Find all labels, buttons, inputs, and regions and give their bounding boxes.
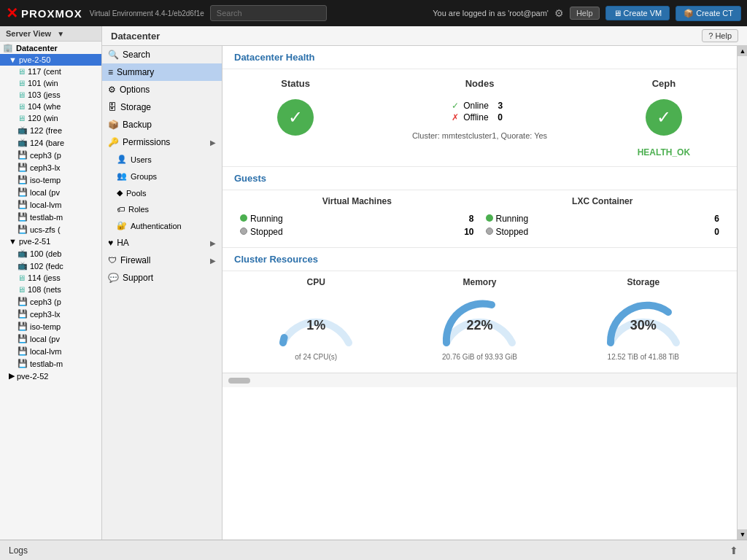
nav-item-backup[interactable]: 📦 Backup <box>102 116 222 133</box>
sidebar-item-103[interactable]: 🖥103 (jess <box>0 89 101 101</box>
server-view-header[interactable]: Server View ▼ <box>0 26 101 42</box>
cpu-pct-text: 1% <box>306 318 325 333</box>
cluster-info-text: Cluster: mmtestcluster1, Quorate: Yes <box>412 131 547 140</box>
gear-icon[interactable]: ⚙ <box>554 7 564 19</box>
nav-item-groups[interactable]: 👥 Groups <box>102 168 222 184</box>
sidebar-item-102[interactable]: 📺102 (fedc <box>0 260 101 272</box>
sidebar-item-testlab-m2[interactable]: 💾testlab-m <box>0 357 101 370</box>
server-icon-pve51: ▼ <box>9 237 17 246</box>
nav-item-storage[interactable]: 🗄 Storage <box>102 98 222 116</box>
sidebar-item-testlab-m1[interactable]: 💾testlab-m <box>0 211 101 223</box>
create-ct-button[interactable]: 📦 Create CT <box>676 6 741 21</box>
vm-col-title: Virtual Machines <box>234 196 480 206</box>
sidebar-item-local-pv2[interactable]: 💾local (pv <box>0 332 101 345</box>
storage-icon-i1: 💾 <box>18 175 28 184</box>
nav-item-pools[interactable]: ◆ Pools <box>102 184 222 201</box>
sidebar-item-pve-2-51[interactable]: ▼ pve-2-51 <box>0 236 101 247</box>
sidebar-item-108[interactable]: 🖥108 (nets <box>0 284 101 295</box>
scroll-down-icon[interactable]: ▼ <box>738 529 747 540</box>
sidebar-item-101[interactable]: 🖥101 (win <box>0 77 101 89</box>
search-input[interactable] <box>210 5 327 21</box>
options-nav-icon: ⚙ <box>108 85 116 95</box>
vm-icon-101: 🖥 <box>18 79 26 88</box>
nav-item-authentication[interactable]: 🔐 Authentication <box>102 217 222 234</box>
storage-icon-clx1: 💾 <box>18 163 28 172</box>
storage-pct-text: 30% <box>630 318 657 333</box>
sidebar-item-ceph3-p2[interactable]: 💾ceph3 (p <box>0 295 101 308</box>
logo: ✕ PROXMOX Virtual Environment 4.4-1/eb2d… <box>6 4 204 22</box>
sidebar-item-iso-temp2[interactable]: 💾iso-temp <box>0 320 101 332</box>
sidebar-item-120[interactable]: 🖥120 (win <box>0 112 101 124</box>
breadcrumb: Datacenter ? Help <box>102 26 747 46</box>
storage-icon-c1: 💾 <box>18 150 28 160</box>
vm-icon-104: 🖥 <box>18 102 26 111</box>
datacenter-icon: 🏢 <box>3 43 13 52</box>
memory-sub-text: 20.76 GiB of 93.93 GiB <box>442 353 517 361</box>
sidebar-item-114[interactable]: 🖥114 (jess <box>0 272 101 284</box>
logs-expand-icon[interactable]: ⬆ <box>729 545 738 556</box>
help-button-2[interactable]: ? Help <box>702 29 738 42</box>
sidebar-item-124[interactable]: 📺124 (bare <box>0 136 101 149</box>
nav-item-roles[interactable]: 🏷 Roles <box>102 201 222 217</box>
storage-sub-text: 12.52 TiB of 41.88 TiB <box>608 353 679 361</box>
vm-icon-120: 🖥 <box>18 114 26 122</box>
nav-item-support[interactable]: 💬 Support <box>102 269 222 287</box>
nav-item-permissions[interactable]: 🔑 Permissions ▶ <box>102 133 222 151</box>
sidebar-item-pve-2-52[interactable]: ▶ pve-2-52 <box>0 370 101 382</box>
nav-item-firewall[interactable]: 🛡 Firewall ▶ <box>102 252 222 269</box>
logs-bar: Logs ⬆ <box>0 540 747 560</box>
summary-nav-icon: ≡ <box>108 67 113 77</box>
vm-stopped-dot <box>240 228 247 235</box>
sidebar-item-ceph3-p1[interactable]: 💾ceph3 (p <box>0 149 101 161</box>
nav-menu: 🔍 Search ≡ Summary ⚙ Options 🗄 Storage 📦 <box>102 46 222 540</box>
logo-sub-text: Virtual Environment 4.4-1/eb2d6f1e <box>90 9 204 18</box>
groups-nav-icon: 👥 <box>117 171 127 181</box>
sidebar-item-local-pv1[interactable]: 💾local (pv <box>0 186 101 198</box>
sidebar-item-local-lvm2[interactable]: 💾local-lvm <box>0 345 101 357</box>
sidebar-item-datacenter[interactable]: 🏢 Datacenter <box>0 42 101 54</box>
sidebar-item-pve-2-50[interactable]: ▼ pve-2-50 <box>0 54 101 66</box>
help-button[interactable]: Help <box>570 7 600 20</box>
cpu-sub-text: of 24 CPU(s) <box>295 353 337 361</box>
vm-icon-103: 🖥 <box>18 90 26 99</box>
server-view-label: Server View <box>6 29 51 38</box>
sidebar-item-local-lvm1[interactable]: 💾local-lvm <box>0 198 101 211</box>
scroll-up-icon[interactable]: ▲ <box>738 46 747 56</box>
nodes-status-rows: ✓ Online 3 ✗ Offline 0 <box>452 99 508 124</box>
ceph-check-circle: ✓ <box>646 99 682 136</box>
permissions-expand-icon: ▶ <box>210 139 216 147</box>
roles-nav-icon: 🏷 <box>117 205 125 214</box>
online-row: ✓ Online 3 <box>452 101 508 111</box>
ct-icon-102: 📺 <box>18 261 28 271</box>
sidebar-item-ucs-zfs1[interactable]: 💾ucs-zfs ( <box>0 223 101 236</box>
sidebar-item-122[interactable]: 📺122 (free <box>0 124 101 136</box>
nav-item-users[interactable]: 👤 Users <box>102 151 222 168</box>
sidebar-item-ceph3-lx1[interactable]: 💾ceph3-lx <box>0 161 101 174</box>
nav-item-ha[interactable]: ♥ HA ▶ <box>102 234 222 252</box>
nodes-title: Nodes <box>465 78 495 89</box>
nav-item-search[interactable]: 🔍 Search <box>102 46 222 63</box>
lxc-running-row: Running 6 <box>480 212 726 225</box>
sidebar-item-117[interactable]: 🖥117 (cent <box>0 66 101 77</box>
sidebar-item-100[interactable]: 📺100 (deb <box>0 247 101 260</box>
nav-item-summary[interactable]: ≡ Summary <box>102 63 222 81</box>
lxc-stopped-val: 0 <box>697 227 719 237</box>
sidebar: Server View ▼ 🏢 Datacenter ▼ pve-2-50 🖥1… <box>0 26 102 540</box>
cpu-gauge: 1% <box>272 290 360 349</box>
memory-title: Memory <box>462 277 496 287</box>
nav-item-options[interactable]: ⚙ Options <box>102 81 222 98</box>
horizontal-scrollbar[interactable] <box>222 373 737 387</box>
storage-icon-i2: 💾 <box>18 322 28 331</box>
create-vm-button[interactable]: 🖥 Create VM <box>605 6 670 20</box>
offline-x-icon: ✗ <box>452 112 459 122</box>
sidebar-item-ceph3-lx2[interactable]: 💾ceph3-lx <box>0 308 101 320</box>
sidebar-item-104[interactable]: 🖥104 (whe <box>0 101 101 112</box>
status-title: Status <box>281 78 310 89</box>
right-scrollbar[interactable]: ▲ ▼ <box>737 46 747 540</box>
lxc-stopped-dot <box>486 228 493 235</box>
status-check-circle: ✓ <box>277 99 314 136</box>
guests-header: Guests <box>222 167 737 190</box>
sidebar-item-iso-temp1[interactable]: 💾iso-temp <box>0 174 101 186</box>
logs-label: Logs <box>9 545 28 556</box>
user-info-text: You are logged in as 'root@pam' <box>433 9 549 18</box>
